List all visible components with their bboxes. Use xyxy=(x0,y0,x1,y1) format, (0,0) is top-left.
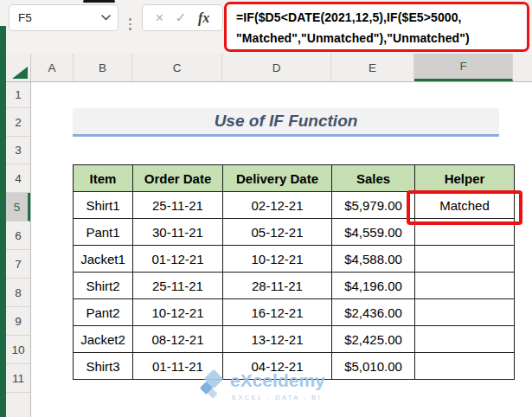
chevron-down-icon[interactable] xyxy=(101,15,111,21)
cell-f8[interactable] xyxy=(415,273,515,299)
header-delivery-date[interactable]: Delivery Date xyxy=(223,165,332,192)
column-header-d[interactable]: D xyxy=(222,54,331,81)
row-header-11[interactable]: 11 xyxy=(6,364,30,393)
cell-c8[interactable]: 25-11-21 xyxy=(133,273,223,299)
window-edge-strip xyxy=(0,26,6,417)
table-row: Jacket2 08-12-21 13-12-21 $2,425.00 xyxy=(74,326,515,353)
formula-bar[interactable]: =IF($D5<DATE(2021,12,5),IF($E5>5000, "Ma… xyxy=(224,2,529,52)
cell-b10[interactable]: Jacket2 xyxy=(74,326,133,353)
row-header-5-selected[interactable]: 5 xyxy=(6,193,30,221)
row-header-1[interactable]: 1 xyxy=(6,82,30,108)
exceldemy-watermark: eXceldemy EXCEL - DATA - BI xyxy=(201,370,325,401)
cancel-icon[interactable]: × xyxy=(156,11,163,25)
column-header-overflow xyxy=(513,54,532,81)
cell-c5[interactable]: 25-11-21 xyxy=(133,192,223,219)
cell-d6[interactable]: 05-12-21 xyxy=(223,219,332,246)
column-headers: A B C D E F xyxy=(6,54,532,82)
cell-b9[interactable]: Pant2 xyxy=(74,299,133,326)
cell-c6[interactable]: 30-11-21 xyxy=(133,219,223,246)
column-header-f-selected[interactable]: F xyxy=(414,54,513,81)
cell-d8[interactable]: 28-11-21 xyxy=(223,273,332,299)
row-header-2[interactable]: 2 xyxy=(6,108,30,137)
cell-f11[interactable] xyxy=(415,353,515,380)
select-all-triangle-icon xyxy=(12,67,28,79)
cell-f7[interactable] xyxy=(415,246,515,273)
cell-e7[interactable]: $4,588.00 xyxy=(332,246,415,273)
name-box-value: F5 xyxy=(18,11,32,24)
cell-b8[interactable]: Shirt2 xyxy=(74,273,133,299)
cell-e9[interactable]: $2,436.00 xyxy=(332,299,415,326)
formula-line-2: "Matched","Unmatched"),"Unmatched") xyxy=(236,28,527,48)
ribbon-edge-fragment xyxy=(83,0,115,3)
cell-b11[interactable]: Shirt3 xyxy=(74,353,133,380)
enter-icon[interactable]: ✓ xyxy=(175,11,186,25)
cell-e10[interactable]: $2,425.00 xyxy=(332,326,415,353)
cell-e8[interactable]: $4,196.00 xyxy=(332,273,415,299)
header-sales[interactable]: Sales xyxy=(332,165,415,192)
cell-b6[interactable]: Pant1 xyxy=(74,219,133,246)
sheet-title: Use of IF Function xyxy=(215,112,358,131)
select-all-button[interactable] xyxy=(6,54,31,81)
column-header-c[interactable]: C xyxy=(132,54,222,81)
cell-d10[interactable]: 13-12-21 xyxy=(223,326,332,353)
cell-d5[interactable]: 02-12-21 xyxy=(223,192,332,219)
cell-e6[interactable]: $4,559.00 xyxy=(332,219,415,246)
cell-b5[interactable]: Shirt1 xyxy=(74,192,133,219)
cell-d9[interactable]: 16-12-21 xyxy=(223,299,332,326)
sheet-title-cell[interactable]: Use of IF Function xyxy=(73,108,499,137)
table-row: Jacket1 01-12-21 10-12-21 $4,588.00 xyxy=(74,246,515,273)
watermark-brand: eXceldemy xyxy=(230,370,325,391)
row-headers: 1 2 3 4 5 6 7 8 9 10 11 xyxy=(6,82,31,417)
formula-line-1: =IF($D5<DATE(2021,12,5),IF($E5>5000, xyxy=(236,7,527,28)
table-header-row: Item Order Date Delivery Date Sales Help… xyxy=(74,165,515,192)
header-order-date[interactable]: Order Date xyxy=(133,165,223,192)
result-highlight-box xyxy=(407,190,522,225)
row-header-7[interactable]: 7 xyxy=(6,250,30,279)
name-box[interactable]: F5 xyxy=(9,4,119,31)
formula-buttons: × ✓ fx xyxy=(142,4,223,31)
formula-toolbar: F5 × ✓ fx =IF($D5<DATE(2021,12,5),IF($E5… xyxy=(0,0,532,54)
column-header-a[interactable]: A xyxy=(31,54,74,81)
table-row: Shirt2 25-11-21 28-11-21 $4,196.00 xyxy=(74,273,515,299)
row-header-overflow xyxy=(6,393,30,417)
cell-e11[interactable]: $5,010.00 xyxy=(332,353,415,380)
cell-c7[interactable]: 01-12-21 xyxy=(133,246,223,273)
cell-c9[interactable]: 10-12-21 xyxy=(133,299,223,326)
row-header-9[interactable]: 9 xyxy=(6,307,30,336)
excel-window: F5 × ✓ fx =IF($D5<DATE(2021,12,5),IF($E5… xyxy=(0,0,532,417)
row-header-10[interactable]: 10 xyxy=(6,336,30,364)
row-header-4[interactable]: 4 xyxy=(6,164,30,193)
table-row: Pant2 10-12-21 16-12-21 $2,436.00 xyxy=(74,299,515,326)
watermark-tagline: EXCEL - DATA - BI xyxy=(230,394,325,401)
cell-e5[interactable]: $5,979.00 xyxy=(332,192,415,219)
cell-f9[interactable] xyxy=(415,299,515,326)
cell-d7[interactable]: 10-12-21 xyxy=(223,246,332,273)
row-header-6[interactable]: 6 xyxy=(6,221,30,250)
cell-c10[interactable]: 08-12-21 xyxy=(133,326,223,353)
insert-function-icon[interactable]: fx xyxy=(198,11,209,25)
row-header-8[interactable]: 8 xyxy=(6,279,30,307)
column-header-e[interactable]: E xyxy=(331,54,414,81)
header-item[interactable]: Item xyxy=(74,165,133,192)
toolbar-separator-dots xyxy=(129,18,131,30)
row-header-3[interactable]: 3 xyxy=(6,137,30,164)
cell-b7[interactable]: Jacket1 xyxy=(74,246,133,273)
exceldemy-logo-icon xyxy=(201,370,227,400)
column-header-b[interactable]: B xyxy=(74,54,132,81)
header-helper[interactable]: Helper xyxy=(415,165,515,192)
cell-f10[interactable] xyxy=(415,326,515,353)
